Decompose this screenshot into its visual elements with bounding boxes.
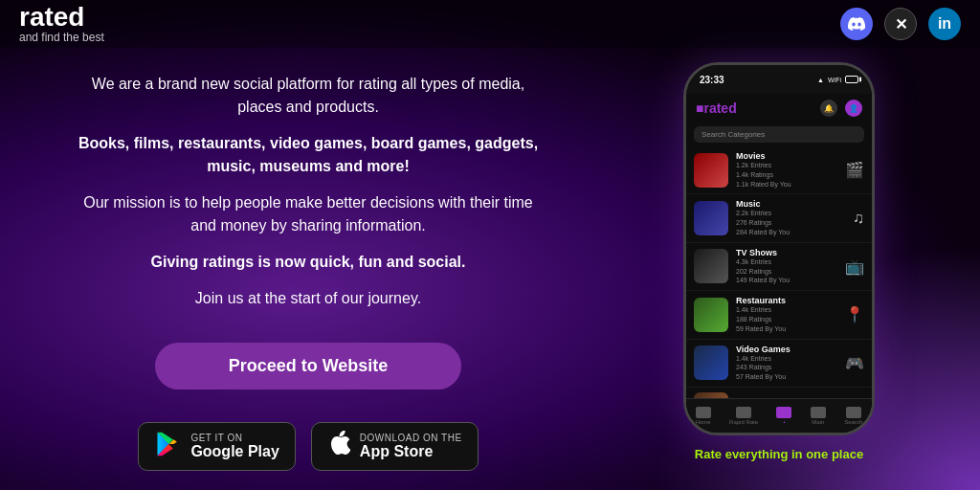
header: rated and find the best ✕ in [0, 0, 980, 48]
list-item: Video Games 1.4k Entries243 Ratings57 Ra… [686, 340, 872, 388]
games-stats: 1.4k Entries243 Ratings57 Rated By You [736, 354, 837, 382]
google-play-text: GET IT ON Google Play [190, 433, 278, 460]
games-icon: 🎮 [845, 354, 864, 372]
movies-stats: 1.2k Entries1.4k Ratings1.1k Rated By Yo… [736, 161, 837, 189]
list-item: Music 2.2k Entries276 Ratings284 Rated B… [686, 194, 872, 242]
tv-icon: 📺 [845, 257, 864, 276]
description-5: Join us at the start of our journey. [77, 287, 540, 310]
nav-main[interactable]: Main [811, 407, 826, 425]
right-panel: 23:33 ▲ WiFi ■rated 🔔 [578, 53, 980, 490]
music-thumb [694, 201, 728, 235]
app-logo: ■rated [696, 100, 737, 116]
store-buttons: GET IT ON Google Play Download on the Ap… [77, 422, 540, 471]
list-item: Movies 1.2k Entries1.4k Ratings1.1k Rate… [686, 146, 872, 194]
tv-info: TV Shows 4.3k Entries202 Ratings149 Rate… [736, 248, 837, 285]
description-1: We are a brand new social platform for r… [77, 73, 540, 119]
app-store-text: Download on the App Store [360, 433, 462, 460]
movies-name: Movies [736, 151, 837, 161]
phone-status-bar: 23:33 ▲ WiFi [686, 65, 872, 94]
app-header: ■rated 🔔 👤 [686, 94, 872, 122]
rapid-rate-icon [736, 407, 751, 418]
google-play-icon [154, 431, 181, 462]
phone-status-icons: ▲ WiFi [817, 76, 858, 83]
music-name: Music [736, 199, 845, 209]
rate-everything-label: Rate everything in one place [695, 447, 863, 461]
nav-middle-label: • [783, 419, 785, 425]
proceed-button[interactable]: Proceed to Website [155, 343, 461, 390]
phone-nav: Home Rapid Rate • Main [686, 398, 872, 433]
middle-icon [776, 407, 791, 418]
movies-icon: 🎬 [845, 161, 864, 179]
nav-home-label: Home [696, 419, 711, 425]
description-2: Books, films, restaurants, video games, … [77, 132, 540, 178]
x-twitter-icon[interactable]: ✕ [884, 8, 917, 40]
phone-frame: 23:33 ▲ WiFi ■rated 🔔 [683, 62, 875, 435]
logo: rated and find the best [19, 4, 104, 44]
list-item: Restaurants 1.4k Entries188 Ratings59 Ra… [686, 291, 872, 339]
nav-middle[interactable]: • [776, 407, 791, 425]
description-3: Our mission is to help people make bette… [77, 191, 540, 237]
tv-thumb [694, 249, 728, 283]
nav-main-label: Main [812, 419, 824, 425]
phone-mockup: 23:33 ▲ WiFi ■rated 🔔 [683, 62, 875, 435]
list-item: TV Shows 4.3k Entries202 Ratings149 Rate… [686, 243, 872, 291]
restaurants-info: Restaurants 1.4k Entries188 Ratings59 Ra… [736, 296, 837, 333]
discord-icon[interactable] [840, 8, 873, 40]
google-play-button[interactable]: GET IT ON Google Play [138, 422, 295, 471]
app-header-icons: 🔔 👤 [820, 100, 862, 117]
nav-home[interactable]: Home [696, 407, 711, 425]
tv-stats: 4.3k Entries202 Ratings149 Rated By You [736, 257, 837, 285]
nav-search-label: Search [844, 419, 862, 425]
apple-icon [327, 431, 350, 461]
category-list: Movies 1.2k Entries1.4k Ratings1.1k Rate… [686, 146, 872, 433]
linkedin-icon[interactable]: in [928, 8, 961, 40]
description-4: Giving ratings is now quick, fun and soc… [77, 251, 540, 274]
movies-info: Movies 1.2k Entries1.4k Ratings1.1k Rate… [736, 151, 837, 189]
games-name: Video Games [736, 345, 837, 354]
home-icon [696, 407, 711, 418]
tv-name: TV Shows [736, 248, 837, 257]
battery-icon [845, 76, 858, 83]
music-info: Music 2.2k Entries276 Ratings284 Rated B… [736, 199, 845, 236]
nav-rapid-label: Rapid Rate [729, 419, 758, 425]
google-play-name: Google Play [190, 443, 278, 460]
phone-time: 23:33 [700, 75, 724, 85]
restaurants-thumb [694, 298, 728, 332]
games-thumb [694, 345, 728, 380]
google-play-label: GET IT ON [190, 433, 278, 443]
logo-subtitle: and find the best [19, 31, 104, 44]
phone-screen: ■rated 🔔 👤 Search Categories [686, 94, 872, 433]
app-store-name: App Store [360, 443, 462, 460]
app-store-button[interactable]: Download on the App Store [311, 422, 479, 471]
search-icon [846, 407, 861, 418]
social-icons: ✕ in [840, 8, 961, 40]
search-bar[interactable]: Search Categories [694, 126, 864, 143]
main-icon [811, 407, 826, 418]
left-panel: We are a brand new social platform for r… [0, 53, 578, 490]
restaurants-name: Restaurants [736, 296, 837, 305]
main-content: We are a brand new social platform for r… [0, 53, 980, 490]
restaurants-icon: 📍 [845, 305, 864, 323]
nav-search[interactable]: Search [844, 407, 862, 425]
app-store-label: Download on the [360, 433, 462, 443]
search-placeholder: Search Categories [702, 130, 765, 139]
games-info: Video Games 1.4k Entries243 Ratings57 Ra… [736, 345, 837, 382]
logo-title: rated [19, 4, 104, 31]
music-icon: ♫ [853, 210, 864, 227]
notification-icon: 🔔 [820, 100, 837, 117]
movies-thumb [694, 153, 728, 188]
restaurants-stats: 1.4k Entries188 Ratings59 Rated By You [736, 305, 837, 333]
avatar-icon: 👤 [845, 100, 862, 117]
nav-rapid-rate[interactable]: Rapid Rate [729, 407, 758, 425]
music-stats: 2.2k Entries276 Ratings284 Rated By You [736, 209, 845, 236]
